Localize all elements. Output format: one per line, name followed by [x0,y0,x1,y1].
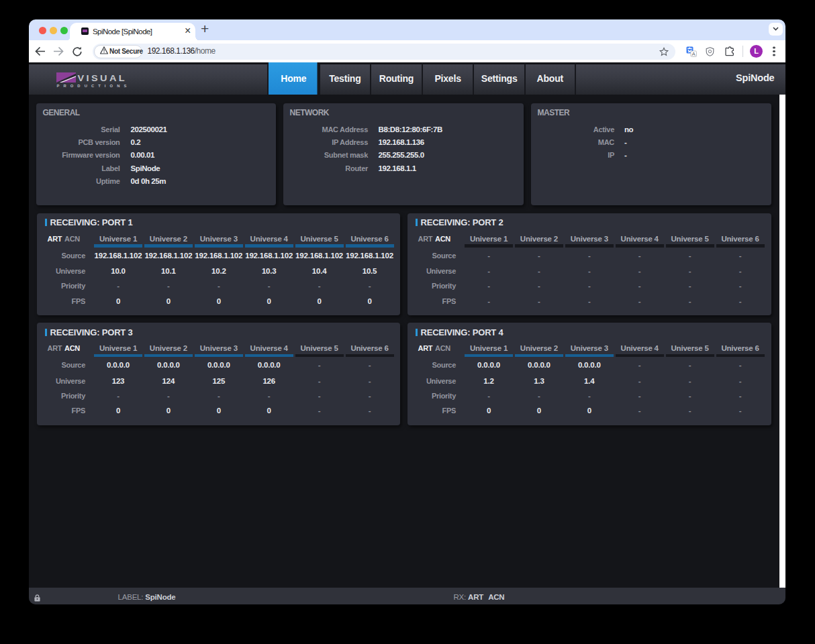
svg-text:A: A [691,51,696,57]
